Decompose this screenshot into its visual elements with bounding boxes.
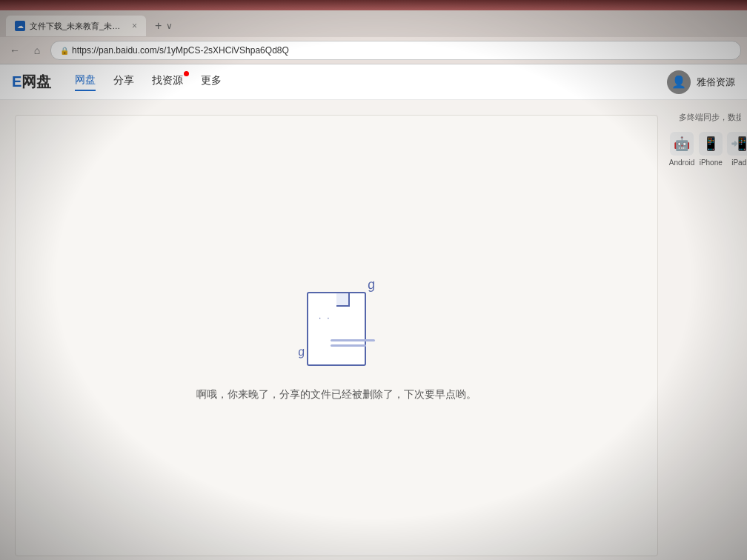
doc-lines bbox=[331, 339, 375, 350]
site-logo: E网盘 bbox=[12, 72, 51, 92]
device-android[interactable]: 🤖 Android bbox=[669, 132, 694, 167]
doc-line-1 bbox=[331, 339, 375, 341]
content-area: g · · g bbox=[15, 115, 658, 556]
device-iphone[interactable]: 📱 iPhone bbox=[699, 132, 723, 167]
error-container: g · · g bbox=[167, 240, 506, 431]
main-content: g · · g bbox=[0, 100, 747, 560]
doc-mark-bottom: g bbox=[297, 344, 306, 359]
iphone-icon: 📱 bbox=[699, 132, 723, 156]
browser-chrome: ☁ 文件下载_未来教育_未来教 × + ∨ ← ⌂ 🔒 https://pan.… bbox=[0, 10, 747, 64]
nav-badge bbox=[184, 71, 189, 76]
lock-icon: 🔒 bbox=[60, 47, 69, 55]
doc-fold bbox=[336, 293, 350, 307]
header-right: 👤 雅俗资源 bbox=[667, 70, 735, 94]
site-header: E网盘 网盘 分享 找资源 更多 👤 雅俗资源 bbox=[0, 64, 747, 100]
android-label: Android bbox=[669, 159, 694, 167]
top-bar bbox=[0, 0, 747, 10]
android-icon: 🤖 bbox=[670, 132, 694, 156]
error-message: 啊哦，你来晚了，分享的文件已经被删除了，下次要早点哟。 bbox=[196, 388, 477, 401]
nav-item-search[interactable]: 找资源 bbox=[152, 74, 183, 90]
nav-item-wangpan[interactable]: 网盘 bbox=[75, 73, 96, 91]
ipad-icon: 📲 bbox=[727, 132, 747, 156]
address-bar: ← ⌂ 🔒 https://pan.baidu.com/s/1yMpCS-2sX… bbox=[0, 37, 747, 64]
right-sidebar: 多终端同步，数据随手 🤖 Android 📱 iPhone 📲 iPad bbox=[673, 100, 747, 560]
device-ipad[interactable]: 📲 iPad bbox=[727, 132, 747, 167]
tab-bar: ☁ 文件下载_未来教育_未来教 × + ∨ bbox=[0, 10, 747, 37]
document-illustration: g · · g bbox=[292, 270, 381, 366]
ipad-label: iPad bbox=[731, 159, 746, 167]
tab-list-arrow[interactable]: ∨ bbox=[166, 21, 173, 31]
doc-face: · · bbox=[319, 313, 330, 323]
home-button[interactable]: ⌂ bbox=[28, 41, 46, 59]
user-name: 雅俗资源 bbox=[697, 76, 735, 89]
device-icons-list: 🤖 Android 📱 iPhone 📲 iPad bbox=[679, 132, 741, 167]
active-tab[interactable]: ☁ 文件下载_未来教育_未来教 × bbox=[6, 16, 146, 36]
iphone-label: iPhone bbox=[700, 159, 723, 167]
tab-favicon: ☁ bbox=[15, 21, 25, 31]
doc-line-2 bbox=[331, 344, 366, 347]
nav-item-more[interactable]: 更多 bbox=[201, 74, 222, 90]
tab-close-button[interactable]: × bbox=[132, 21, 137, 31]
url-text: https://pan.baidu.com/s/1yMpCS-2sXHCiVSh… bbox=[72, 45, 289, 56]
sidebar-sync-title: 多终端同步，数据随手 bbox=[679, 112, 741, 123]
user-avatar[interactable]: 👤 bbox=[667, 70, 691, 94]
nav-item-share[interactable]: 分享 bbox=[113, 74, 134, 90]
tab-title: 文件下载_未来教育_未来教 bbox=[30, 21, 126, 32]
new-tab-button[interactable]: + bbox=[150, 19, 166, 33]
logo-prefix: E bbox=[12, 73, 21, 90]
website-content: E网盘 网盘 分享 找资源 更多 👤 雅俗资源 bbox=[0, 64, 747, 560]
back-button[interactable]: ← bbox=[6, 41, 24, 59]
site-navigation: 网盘 分享 找资源 更多 bbox=[75, 73, 222, 91]
doc-mark-top: g bbox=[366, 276, 376, 293]
doc-body: · · bbox=[307, 292, 366, 366]
url-bar[interactable]: 🔒 https://pan.baidu.com/s/1yMpCS-2sXHCiV… bbox=[50, 41, 741, 60]
